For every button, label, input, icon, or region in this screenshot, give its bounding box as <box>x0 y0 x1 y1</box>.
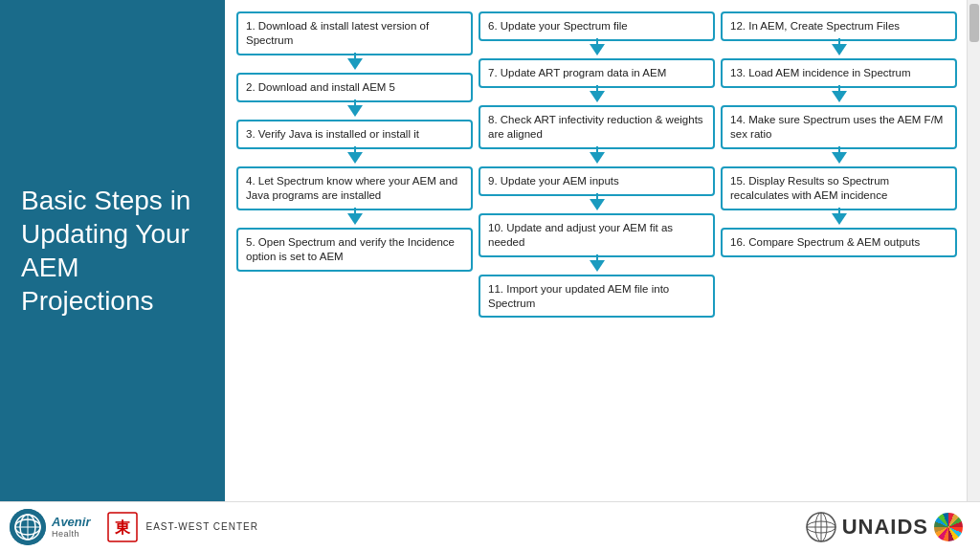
unaids-sdg-icon <box>934 513 963 541</box>
arrow-down-icon <box>590 199 605 210</box>
step-box-step1: 1. Download & install latest version of … <box>236 11 473 55</box>
arrow-down-icon <box>590 260 605 272</box>
ewc-text: EAST-WEST CENTER <box>145 521 258 532</box>
step-box-step8: 8. Check ART infectivity reduction & wei… <box>479 105 715 149</box>
unaids-globe-icon <box>806 512 836 542</box>
arrow-down-icon <box>347 105 363 117</box>
arrow-down-icon <box>832 44 847 55</box>
flow-columns: 1. Download & install latest version of … <box>236 11 957 494</box>
diagram-area: 1. Download & install latest version of … <box>225 0 967 501</box>
step-box-step6: 6. Update your Spectrum file <box>479 11 715 41</box>
arrow-down-icon <box>832 152 847 164</box>
step-box-step12: 12. In AEM, Create Spectrum Files <box>721 11 957 41</box>
flow-column-col3: 12. In AEM, Create Spectrum Files13. Loa… <box>721 11 957 494</box>
step-box-step5: 5. Open Spectrum and verify the Incidenc… <box>236 228 473 272</box>
svg-text:東: 東 <box>115 519 131 536</box>
flow-column-col2: 6. Update your Spectrum file7. Update AR… <box>479 11 715 494</box>
sidebar: Basic Steps in Updating Your AEM Project… <box>0 0 225 501</box>
step-box-step16: 16. Compare Spectrum & AEM outputs <box>721 228 957 257</box>
avenir-circle-icon <box>10 509 46 545</box>
flow-column-col1: 1. Download & install latest version of … <box>236 11 473 494</box>
arrow-down-icon <box>590 91 605 102</box>
avenir-svg-icon <box>10 509 46 545</box>
avenir-text: Avenir Health <box>52 515 90 539</box>
step-box-step4: 4. Let Spectrum know where your AEM and … <box>236 166 473 210</box>
arrow-down-icon <box>347 213 363 225</box>
arrow-down-icon <box>832 213 847 225</box>
step-box-step10: 10. Update and adjust your AEM fit as ne… <box>479 213 715 257</box>
main-content: Basic Steps in Updating Your AEM Project… <box>0 0 980 501</box>
footer: Avenir Health 東 EAST-WEST CENTER UNAIDS <box>0 501 980 551</box>
step-box-step15: 15. Display Results so Spectrum recalcul… <box>721 166 957 210</box>
arrow-down-icon <box>590 152 605 164</box>
ewc-logo: 東 EAST-WEST CENTER <box>107 512 258 542</box>
sidebar-title: Basic Steps in Updating Your AEM Project… <box>21 184 204 318</box>
scrollbar[interactable] <box>967 0 980 501</box>
diagram-outer: 1. Download & install latest version of … <box>225 0 980 501</box>
step-box-step7: 7. Update ART program data in AEM <box>479 58 715 88</box>
step-box-step11: 11. Import your updated AEM file into Sp… <box>479 275 715 319</box>
step-box-step3: 3. Verify Java is installed or install i… <box>236 120 473 149</box>
avenir-name: Avenir <box>52 515 90 529</box>
scrollbar-thumb <box>969 4 979 42</box>
arrow-down-icon <box>347 58 363 70</box>
avenir-logo: Avenir Health <box>10 509 90 545</box>
footer-left: Avenir Health 東 EAST-WEST CENTER <box>10 509 258 545</box>
step-box-step13: 13. Load AEM incidence in Spectrum <box>721 58 957 88</box>
unaids-logo: UNAIDS <box>806 512 963 542</box>
step-box-step14: 14. Make sure Spectrum uses the AEM F/M … <box>721 105 957 149</box>
step-box-step9: 9. Update your AEM inputs <box>479 166 715 196</box>
arrow-down-icon <box>590 44 605 55</box>
footer-right: UNAIDS <box>806 512 963 542</box>
ewc-symbol-icon: 東 <box>107 512 138 542</box>
unaids-text: UNAIDS <box>842 515 928 540</box>
step-box-step2: 2. Download and install AEM 5 <box>236 73 473 102</box>
arrow-down-icon <box>347 152 363 164</box>
arrow-down-icon <box>832 91 847 102</box>
avenir-sub: Health <box>52 529 90 539</box>
